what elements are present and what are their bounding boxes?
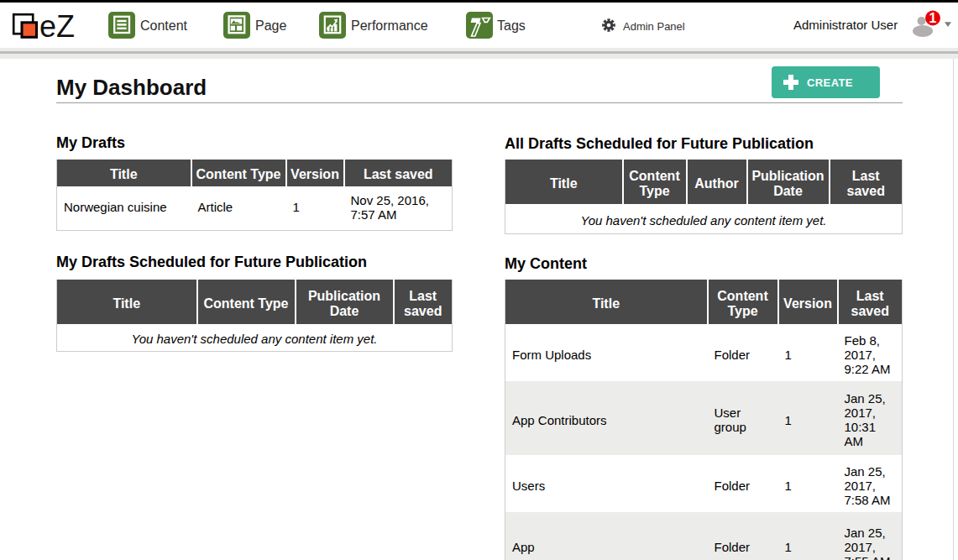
svg-text:1: 1	[929, 11, 937, 25]
